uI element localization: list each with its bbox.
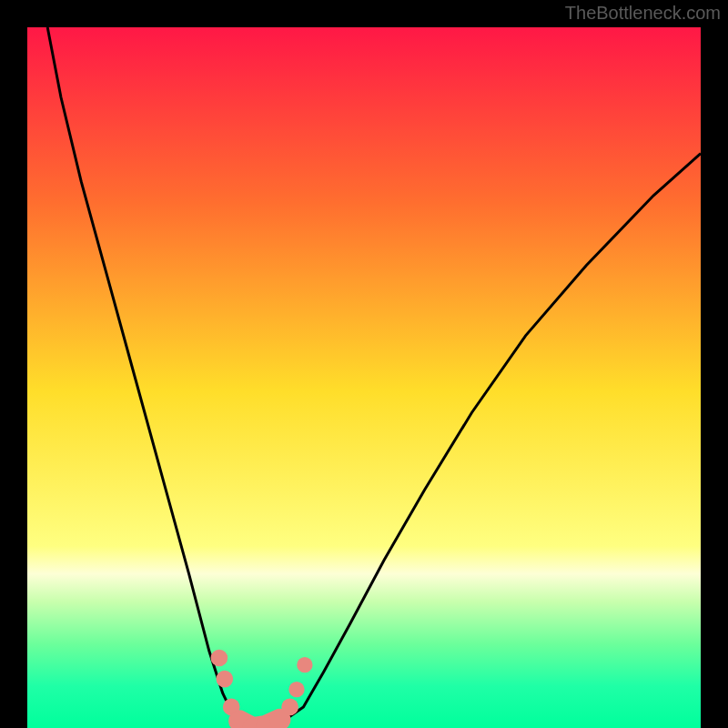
gradient-background xyxy=(27,27,701,728)
curve-marker xyxy=(288,682,304,697)
curve-marker xyxy=(211,650,228,667)
curve-marker xyxy=(216,671,233,688)
bottleneck-chart xyxy=(0,0,728,728)
curve-marker xyxy=(297,657,312,672)
attribution-text: TheBottleneck.com xyxy=(565,3,721,24)
curve-marker xyxy=(281,699,298,716)
